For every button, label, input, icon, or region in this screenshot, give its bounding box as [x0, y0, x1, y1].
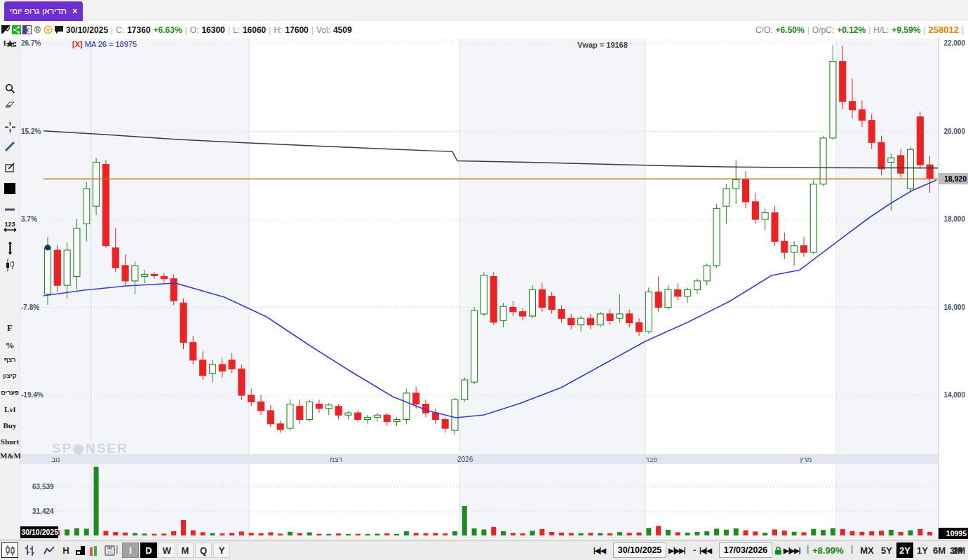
interval-d-button[interactable]: D — [140, 542, 157, 558]
month-label: נוב — [51, 456, 60, 463]
candle-body — [200, 360, 206, 376]
start-date-forward-button[interactable]: ▶|▶▶| — [668, 542, 685, 558]
candle-body — [74, 228, 80, 277]
volume-bar — [927, 532, 932, 535]
candle-body — [907, 149, 913, 189]
volume-bar — [549, 532, 554, 535]
sidebar-tool-vertical-line[interactable] — [0, 242, 20, 257]
volume-bar — [443, 533, 448, 535]
candle-body — [645, 292, 652, 332]
interval-m-button[interactable]: M — [177, 542, 194, 558]
separator: | — [185, 25, 187, 35]
volume-bar — [685, 533, 690, 535]
candle-tool-icon — [6, 259, 15, 271]
end-date-back-button[interactable]: |◀|◀ — [699, 542, 711, 558]
sidebar-tool-trendline[interactable] — [0, 142, 20, 153]
candle-body — [432, 413, 438, 419]
sidebar-tool-extremes[interactable]: קיצון — [0, 372, 20, 379]
volume-bar — [297, 533, 302, 535]
vwap-label: Vwap = 19168 — [577, 41, 628, 49]
candle-body — [277, 424, 283, 430]
candle-body — [413, 393, 419, 404]
sidebar-tool-measure-123[interactable]: 123 — [0, 221, 20, 235]
sidebar-tool-percent[interactable]: % — [0, 340, 20, 351]
price-axis-label: 20,000 — [943, 128, 965, 135]
interval-y-button[interactable]: Y — [213, 542, 230, 558]
start-date-back-button[interactable]: |◀|◀ — [593, 542, 605, 558]
chart-style-icon[interactable] — [1, 25, 11, 34]
interval-i-button[interactable]: I — [122, 542, 139, 558]
volume-bar — [375, 533, 379, 535]
volume-bar — [394, 534, 399, 535]
ohlc-bars-type-button[interactable] — [21, 542, 38, 558]
volume-bar — [734, 528, 739, 535]
sidebar-tool-short[interactable]: Short — [0, 437, 20, 446]
sidebar-tool-search[interactable] — [0, 83, 20, 96]
volume-bar — [511, 533, 516, 535]
interval-q-button[interactable]: Q — [195, 542, 212, 558]
range-6m-button[interactable]: 6M — [932, 542, 947, 558]
sidebar-tool-gaps[interactable]: פערים — [0, 389, 20, 396]
filled-square-icon — [4, 183, 15, 194]
tab-close-icon[interactable]: × — [72, 7, 77, 15]
interval-w-button[interactable]: W — [159, 542, 175, 558]
range-lock-icon[interactable] — [774, 542, 782, 558]
chart-tab[interactable]: תדיראן גרופ יומי × — [4, 1, 83, 21]
separator: | — [111, 25, 113, 35]
sidebar-tool-edit-note[interactable] — [0, 163, 20, 175]
volume-bar — [307, 533, 312, 535]
range-1y-button[interactable]: 1Y — [915, 542, 930, 558]
range-mx-button[interactable]: MX — [857, 542, 877, 558]
excel-export-icon[interactable]: X — [22, 25, 32, 34]
candle-body — [93, 162, 100, 206]
candle-body — [355, 413, 361, 419]
candle-body — [617, 314, 623, 318]
range-5y-button[interactable]: 5Y — [878, 542, 895, 558]
volume-bar — [579, 533, 584, 535]
tab-bar: תדיראן גרופ יומי × — [0, 0, 968, 22]
sidebar-tool-filled-square[interactable] — [0, 183, 20, 196]
sidebar-tool-crosshair[interactable] — [0, 122, 20, 135]
sidebar-tool-sequence[interactable]: רצף — [0, 356, 20, 363]
candle-body — [655, 292, 661, 308]
range-end-date[interactable]: 17/03/2026 — [719, 542, 772, 558]
range-start-date[interactable]: 30/10/2025 — [613, 542, 666, 558]
target-icon[interactable] — [43, 25, 53, 34]
sidebar-tool-eraser[interactable] — [0, 101, 20, 111]
comment-icon[interactable] — [54, 25, 63, 34]
price-chart[interactable]: נובדצמ2026פברמרץ — [20, 39, 968, 538]
volume-bar — [491, 527, 496, 535]
price-axis[interactable]: 18,920 10995 22,00020,00018,00016,00014,… — [938, 39, 968, 540]
sidebar-tool-fibonacci[interactable]: F — [0, 322, 20, 334]
sidebar-tool-horizontal-line[interactable] — [0, 203, 20, 213]
sidebar-tool-favorites[interactable]: ★ — [0, 39, 20, 50]
candle-body — [335, 407, 342, 416]
range-2y-button[interactable]: 2Y — [896, 542, 913, 558]
line-type-button[interactable] — [41, 542, 58, 558]
end-date-forward-button[interactable]: ▶|▶▶| — [784, 542, 800, 558]
ma-remove-icon[interactable]: [X] — [72, 40, 83, 48]
candle-body — [374, 415, 380, 417]
share-icon[interactable] — [12, 25, 21, 34]
sidebar-tool-candle-tool[interactable] — [0, 259, 20, 273]
sidebar-tool-mm[interactable]: M&M — [0, 451, 20, 460]
registered-icon[interactable]: ® — [33, 25, 42, 34]
separator: | — [228, 25, 230, 35]
histogram-type-button[interactable] — [86, 542, 102, 558]
candle-body — [694, 281, 700, 290]
candle-body — [530, 289, 536, 316]
sidebar-tool-levels[interactable]: Lvl — [0, 405, 20, 414]
volume-bar — [336, 533, 341, 535]
volume-bar — [181, 520, 186, 535]
candle-body — [607, 314, 613, 320]
candle-body — [626, 314, 633, 323]
candlestick-type-button[interactable] — [1, 542, 18, 558]
trendline-icon — [5, 142, 15, 151]
volume-bar — [346, 534, 351, 535]
range-1m-button[interactable]: 1M — [951, 542, 967, 558]
sidebar-tool-buy[interactable]: Buy — [0, 421, 20, 430]
ma-indicator-label[interactable]: [X] MA 26 = 18975 — [72, 40, 137, 48]
candle-body — [597, 314, 603, 325]
volume-bar — [646, 528, 651, 535]
candle-body — [248, 395, 255, 402]
